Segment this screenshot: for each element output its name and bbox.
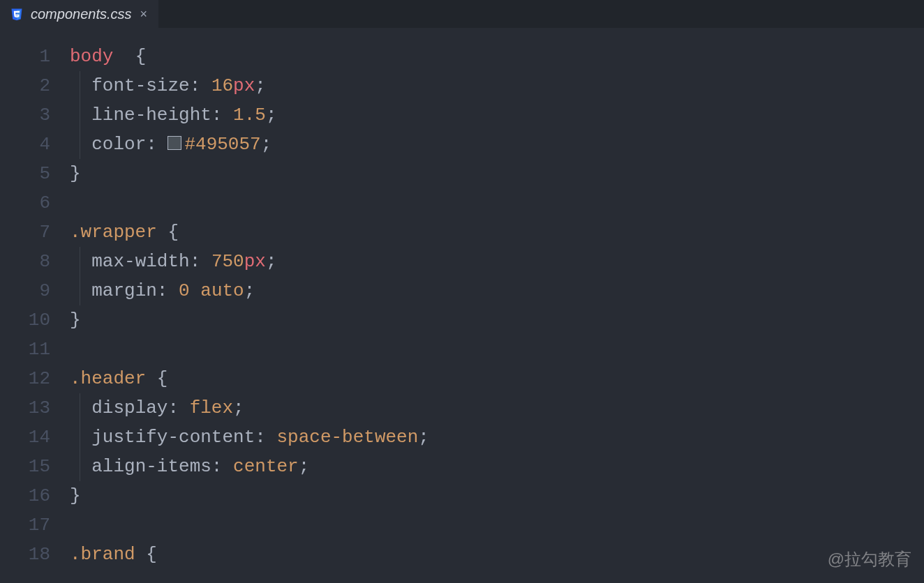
token-semi: ; xyxy=(233,393,244,423)
token-property: font-size xyxy=(91,71,189,100)
line-number: 5 xyxy=(0,159,50,188)
indent-guide xyxy=(80,247,80,305)
code-line[interactable]: color: #495057; xyxy=(70,130,924,159)
code-line[interactable]: } xyxy=(70,481,924,510)
token-value: flex xyxy=(190,393,233,423)
line-number: 6 xyxy=(0,188,50,218)
code-line[interactable]: line-height: 1.5; xyxy=(70,100,924,130)
code-line[interactable]: .brand { xyxy=(70,540,924,569)
indent-guide xyxy=(80,71,80,159)
token-semi: ; xyxy=(244,276,255,305)
token-brace: { xyxy=(146,540,157,569)
token-unit: px xyxy=(233,71,255,100)
close-icon[interactable]: × xyxy=(139,7,149,22)
token-brace: } xyxy=(70,305,81,335)
code-line[interactable] xyxy=(70,188,924,218)
code-line[interactable]: max-width: 750px; xyxy=(70,247,924,276)
token-value: center xyxy=(233,452,299,481)
code-line[interactable]: } xyxy=(70,305,924,335)
token-colon: : xyxy=(211,452,233,481)
line-number: 14 xyxy=(0,423,50,452)
token-number: 16 xyxy=(211,71,233,100)
indent-guide xyxy=(80,393,80,481)
token-space xyxy=(113,42,135,71)
code-line[interactable] xyxy=(70,335,924,364)
tab-bar: components.css × xyxy=(0,0,924,28)
token-brace: { xyxy=(167,218,179,247)
line-number: 7 xyxy=(0,218,50,247)
token-property: justify-content xyxy=(91,423,255,452)
watermark: @拉勾教育 xyxy=(828,548,911,570)
code-line[interactable]: display: flex; xyxy=(70,393,924,423)
line-number: 10 xyxy=(0,305,50,335)
token-space xyxy=(135,540,147,569)
token-brace: } xyxy=(70,159,81,188)
token-semi: ; xyxy=(266,247,277,276)
token-colon: : xyxy=(190,247,211,276)
line-number-gutter: 123456789101112131415161718 xyxy=(0,42,70,583)
token-property: max-width xyxy=(91,247,189,276)
token-selector-class: .header xyxy=(70,364,146,393)
line-number: 13 xyxy=(0,393,50,423)
line-number: 17 xyxy=(0,510,50,540)
token-brace: { xyxy=(157,364,168,393)
line-number: 11 xyxy=(0,335,50,364)
code-line[interactable]: .header { xyxy=(70,364,924,393)
line-number: 1 xyxy=(0,42,50,71)
token-space xyxy=(146,364,157,393)
token-property: line-height xyxy=(91,100,211,130)
token-number: 1.5 xyxy=(233,100,266,130)
token-property: display xyxy=(91,393,167,423)
code-line[interactable] xyxy=(70,510,924,540)
code-line[interactable]: align-items: center; xyxy=(70,452,924,481)
token-colon: : xyxy=(190,71,211,100)
css-file-icon xyxy=(10,7,24,21)
token-semi: ; xyxy=(255,71,266,100)
token-semi: ; xyxy=(299,452,310,481)
code-line[interactable]: justify-content: space-between; xyxy=(70,423,924,452)
token-property: margin xyxy=(91,276,157,305)
tab-components-css[interactable]: components.css × xyxy=(0,0,158,28)
editor[interactable]: 123456789101112131415161718 body { font-… xyxy=(0,28,924,583)
token-selector-tag: body xyxy=(70,42,113,71)
color-swatch xyxy=(167,136,181,150)
line-number: 15 xyxy=(0,452,50,481)
token-value: #495057 xyxy=(184,130,260,159)
token-colon: : xyxy=(255,423,276,452)
token-number: 750 xyxy=(211,247,244,276)
token-property: color xyxy=(91,130,146,159)
token-semi: ; xyxy=(266,100,277,130)
code-line[interactable]: font-size: 16px; xyxy=(70,71,924,100)
token-property: align-items xyxy=(91,452,211,481)
token-semi: ; xyxy=(261,130,272,159)
code-line[interactable]: margin: 0 auto; xyxy=(70,276,924,305)
token-selector-class: .brand xyxy=(70,540,135,569)
token-space xyxy=(190,276,201,305)
token-colon: : xyxy=(146,130,167,159)
line-number: 9 xyxy=(0,276,50,305)
code-line[interactable]: } xyxy=(70,159,924,188)
token-value: space-between xyxy=(276,423,418,452)
token-semi: ; xyxy=(418,423,429,452)
code-line[interactable]: .wrapper { xyxy=(70,218,924,247)
line-number: 12 xyxy=(0,364,50,393)
token-brace: { xyxy=(135,42,147,71)
line-number: 4 xyxy=(0,130,50,159)
line-number: 8 xyxy=(0,247,50,276)
line-number: 16 xyxy=(0,481,50,510)
line-number: 18 xyxy=(0,540,50,569)
token-unit: px xyxy=(244,247,266,276)
token-number: 0 xyxy=(179,276,190,305)
token-space xyxy=(157,218,168,247)
line-number: 2 xyxy=(0,71,50,100)
token-colon: : xyxy=(157,276,179,305)
token-selector-class: .wrapper xyxy=(70,218,157,247)
token-colon: : xyxy=(167,393,189,423)
token-colon: : xyxy=(211,100,233,130)
token-brace: } xyxy=(70,481,81,510)
code-area[interactable]: body { font-size: 16px; line-height: 1.5… xyxy=(70,42,924,583)
token-value: auto xyxy=(200,276,244,305)
code-line[interactable]: body { xyxy=(70,42,924,71)
line-number: 3 xyxy=(0,100,50,130)
tab-filename: components.css xyxy=(31,6,132,22)
